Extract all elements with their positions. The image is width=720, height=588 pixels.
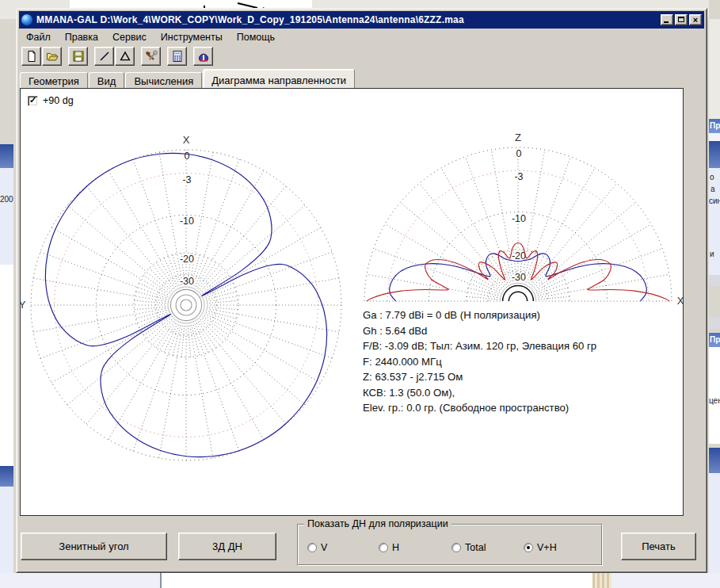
save-button[interactable] <box>68 47 88 66</box>
background-window-right: Пра о а син и Пра цен <box>709 0 720 588</box>
tools-icon <box>145 50 158 63</box>
radio-option-total[interactable]: Total <box>451 542 486 553</box>
maximize-button[interactable] <box>675 14 688 25</box>
menu-tools[interactable]: Инструменты <box>154 30 230 44</box>
pattern-view-button[interactable] <box>193 47 213 66</box>
close-icon: × <box>690 14 701 25</box>
info-gh: Gh : 5.64 dBd <box>363 323 596 339</box>
plus90-checkbox-row: +90 dg <box>28 95 74 106</box>
plus90-checkbox-label: +90 dg <box>43 95 74 106</box>
optimization-tools-button[interactable] <box>141 47 161 66</box>
svg-text:Z: Z <box>515 132 521 143</box>
pattern-plots: 0-3-10-20-30XY 0-3-10-20-30ZX <box>21 89 684 517</box>
result-info-block: Ga : 7.79 dBi = 0 dB (Н поляризация) Gh … <box>363 307 596 416</box>
radio-total[interactable] <box>451 543 461 552</box>
polarization-groupbox: Показать ДН для поляризации V H Total V+… <box>297 524 602 565</box>
window-title: MMANA-GAL D:\Work_4\WORK_COPY\Work_D_Cop… <box>36 14 659 25</box>
plus90-checkbox[interactable] <box>28 96 38 106</box>
info-fb: F/B: -3.09 dB; Тыл: Азим. 120 гр, Элевац… <box>363 338 596 354</box>
radio-vh[interactable] <box>524 543 533 552</box>
print-button[interactable]: Печать <box>621 533 696 560</box>
menu-file[interactable]: Файл <box>19 30 58 44</box>
svg-text:Y: Y <box>21 299 26 311</box>
radiation-pattern-icon <box>197 50 210 63</box>
svg-text:-30: -30 <box>512 272 526 283</box>
desktop: 200 Пра о а син и Пра цен MMANA-GAL D:\W… <box>0 0 720 588</box>
line-icon <box>98 50 111 63</box>
minimize-icon <box>664 21 669 23</box>
background-window-left-titlebar[interactable] <box>0 144 13 168</box>
info-elevation: Elev. гр.: 0.0 гр. (Свободное пространст… <box>363 400 596 416</box>
svg-text:X: X <box>183 134 190 146</box>
svg-text:0: 0 <box>516 148 522 159</box>
svg-text:-3: -3 <box>514 171 523 182</box>
close-button[interactable]: × <box>689 14 702 25</box>
menubar: Файл Правка Сервис Инструменты Помощь <box>19 29 704 45</box>
radio-h[interactable] <box>379 543 388 552</box>
background-bottom-strip <box>0 573 720 588</box>
elevation-pattern-plot: 0-3-10-20-30ZX <box>364 132 684 307</box>
open-file-button[interactable] <box>42 47 62 66</box>
pattern-3d-button[interactable]: 3Д ДН <box>178 533 276 560</box>
draw-line-button[interactable] <box>94 47 114 66</box>
new-file-button[interactable] <box>21 47 41 66</box>
calculate-button[interactable] <box>167 47 187 66</box>
tab-radiation-pattern[interactable]: Диаграмма направленности <box>203 69 355 88</box>
titlebar[interactable]: MMANA-GAL D:\Work_4\WORK_COPY\Work_D_Cop… <box>19 11 704 29</box>
radio-option-v[interactable]: V <box>307 542 327 553</box>
azimuth-pattern-plot: 0-3-10-20-30XY <box>21 134 341 460</box>
app-icon <box>21 14 32 25</box>
info-impedance: Z: 63.537 - j2.715 Ом <box>363 369 596 385</box>
mmana-window: MMANA-GAL D:\Work_4\WORK_COPY\Work_D_Cop… <box>16 8 707 573</box>
new-file-icon <box>25 50 38 63</box>
tab-view[interactable]: Вид <box>89 72 125 88</box>
radio-v[interactable] <box>307 543 317 552</box>
svg-text:-20: -20 <box>180 254 194 265</box>
minimize-button[interactable] <box>661 14 673 25</box>
maximize-icon <box>678 17 684 22</box>
svg-text:-20: -20 <box>512 250 526 262</box>
open-folder-icon <box>46 50 59 63</box>
polarization-group-label: Показать ДН для поляризации <box>304 518 451 529</box>
menu-edit[interactable]: Правка <box>58 30 105 44</box>
triangle-icon <box>119 50 131 63</box>
triangle-button[interactable] <box>115 47 135 66</box>
info-gain: Ga : 7.79 dBi = 0 dB (Н поляризация) <box>363 307 596 323</box>
svg-text:-30: -30 <box>180 276 194 287</box>
zenith-angle-button[interactable]: Зенитный угол <box>21 533 167 560</box>
svg-text:0: 0 <box>185 151 190 162</box>
svg-text:-10: -10 <box>180 216 194 227</box>
info-swr: КСВ: 1.3 (50.0 Ом), <box>363 385 596 401</box>
tab-bar: Геометрия Вид Вычисления Диаграмма напра… <box>20 69 701 88</box>
save-icon <box>72 50 85 63</box>
tab-calculations[interactable]: Вычисления <box>125 72 202 88</box>
background-right-titlebar-1[interactable]: Пра <box>709 119 720 133</box>
menu-service[interactable]: Сервис <box>105 30 154 44</box>
tab-geometry[interactable]: Геометрия <box>20 72 88 88</box>
background-left-value: 200 <box>0 195 13 204</box>
pattern-panel: +90 dg 0-3-10-20-30XY 0-3-10-20-30ZX Ga … <box>20 88 684 516</box>
menu-help[interactable]: Помощь <box>230 30 282 44</box>
toolbar <box>19 45 704 67</box>
svg-text:-3: -3 <box>182 174 191 185</box>
radio-option-vh[interactable]: V+H <box>524 542 557 553</box>
background-right-titlebar-2[interactable]: Пра <box>709 333 720 347</box>
calculator-icon <box>171 50 184 63</box>
background-window-left: 200 <box>0 19 16 588</box>
svg-text:X: X <box>677 295 684 307</box>
svg-text:-10: -10 <box>512 213 526 224</box>
radio-option-h[interactable]: H <box>379 542 399 553</box>
info-frequency: F: 2440.000 МГц <box>363 354 596 370</box>
